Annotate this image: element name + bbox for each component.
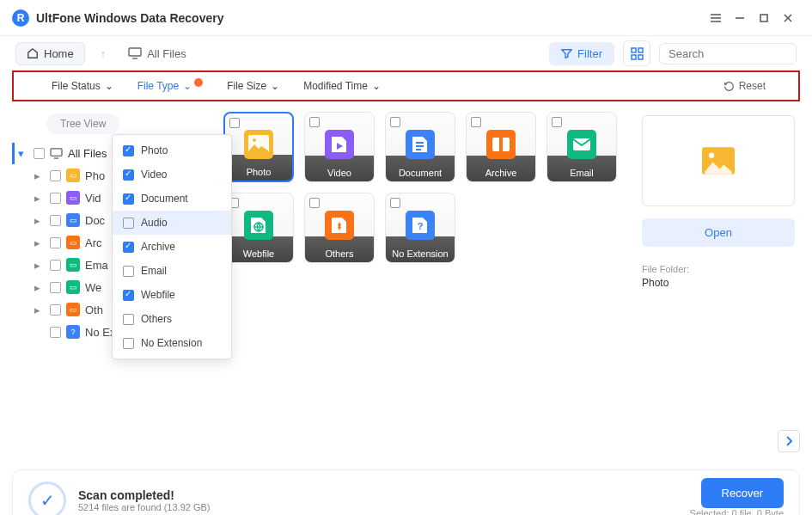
close-icon[interactable] [776,6,800,30]
expand-icon[interactable]: ▸ [34,281,45,294]
dropdown-label: Photo [141,144,168,156]
dropdown-item[interactable]: Email [113,259,231,283]
file-card[interactable]: ?No Extension [385,193,455,263]
reset-button[interactable]: Reset [723,80,766,92]
checkbox[interactable] [50,193,61,204]
card-icon [567,130,596,159]
svg-rect-15 [51,149,62,156]
checkbox[interactable] [34,148,45,159]
checkbox[interactable] [123,242,134,253]
tree-label: Doc [85,214,105,227]
modified-time-filter[interactable]: Modified Time⌄ [291,80,393,92]
svg-point-30 [709,153,714,158]
file-size-filter[interactable]: File Size⌄ [215,80,291,92]
checkbox[interactable] [123,193,134,205]
dropdown-label: Document [141,193,188,205]
checkbox[interactable] [390,117,400,127]
tree-view-toggle[interactable]: Tree View [46,113,119,134]
card-icon: ? [406,211,435,240]
card-label: Webfile [224,248,293,259]
home-button[interactable]: Home [15,42,85,65]
search-input[interactable] [669,47,812,60]
checkbox[interactable] [50,282,61,293]
checkbox[interactable] [50,170,61,181]
card-icon [244,211,273,240]
checkbox[interactable] [123,145,134,156]
checkbox[interactable] [552,117,562,127]
file-card[interactable]: Others [304,193,375,263]
expand-icon[interactable]: ▸ [34,192,45,205]
dropdown-item[interactable]: Photo [113,138,231,162]
checkbox[interactable] [50,327,61,338]
file-card[interactable]: Email [546,112,617,182]
tree-label: We [85,281,101,294]
minimize-icon[interactable] [728,6,752,30]
checkbox[interactable] [390,198,400,208]
dropdown-label: No Extension [141,337,202,349]
checkbox[interactable] [309,117,320,127]
breadcrumb[interactable]: All Files [121,44,193,64]
dropdown-item[interactable]: Webfile [113,283,231,307]
svg-rect-23 [499,138,503,151]
svg-text:?: ? [418,221,424,231]
preview-box [642,115,795,206]
next-button[interactable] [778,430,800,452]
card-label: Document [386,168,455,178]
checkbox[interactable] [123,266,134,277]
checkbox[interactable] [123,338,134,349]
file-card[interactable]: Archive [466,112,536,182]
file-card[interactable]: Photo [223,112,294,182]
dropdown-item[interactable]: Video [113,162,231,187]
checkbox[interactable] [50,260,61,271]
card-label: Email [547,168,616,178]
expand-icon[interactable]: ▸ [34,169,45,182]
dropdown-item[interactable]: Audio [113,211,231,235]
checkbox[interactable] [123,314,134,325]
expand-icon[interactable]: ▸ [34,214,45,227]
file-type-dropdown: PhotoVideoDocumentAudioArchiveEmailWebfi… [112,134,232,359]
checkbox[interactable] [50,304,61,316]
dropdown-item[interactable]: Archive [113,235,231,259]
checkbox[interactable] [123,169,134,181]
checkbox[interactable] [123,290,134,301]
grid-icon [631,47,644,60]
expand-icon[interactable]: ▸ [34,303,45,316]
file-status-filter[interactable]: File Status⌄ [40,80,125,92]
svg-rect-7 [129,48,141,56]
expand-icon[interactable]: ▸ [34,259,45,272]
checkbox[interactable] [123,218,134,229]
open-button[interactable]: Open [642,218,795,247]
up-icon[interactable]: ↑ [94,47,113,60]
toolbar: Home ↑ All Files Filter [0,36,812,71]
grid-view-button[interactable] [623,40,650,66]
checkbox[interactable] [471,117,481,127]
checkbox[interactable] [50,237,61,248]
menu-icon[interactable] [704,6,728,30]
maximize-icon[interactable] [752,6,776,30]
monitor-icon [50,148,63,159]
dropdown-item[interactable]: No Extension [113,331,231,355]
recover-button[interactable]: Recover [701,478,784,508]
card-label: Video [305,168,374,178]
chevron-down-icon: ⌄ [183,80,192,92]
scan-heading: Scan completed! [78,488,210,502]
tree-label: Pho [85,169,105,182]
file-card[interactable]: Webfile [223,193,294,263]
checkbox[interactable] [229,118,240,128]
chevron-down-icon: ⌄ [372,80,381,92]
file-card[interactable]: Document [385,112,455,182]
checkbox[interactable] [50,215,61,226]
file-type-filter[interactable]: File Type⌄ [125,80,215,92]
folder-icon: ▭ [66,280,80,294]
dropdown-item[interactable]: Others [113,307,231,331]
card-label: Photo [225,167,292,177]
filter-button[interactable]: Filter [549,42,614,65]
filter-label: Filter [577,47,602,60]
dropdown-label: Webfile [141,289,175,301]
dropdown-item[interactable]: Document [113,187,231,211]
expand-icon[interactable]: ▸ [34,236,45,249]
search-box[interactable] [659,43,797,64]
checkbox[interactable] [309,198,320,208]
app-logo: R [12,9,29,27]
file-card[interactable]: Video [304,112,375,182]
